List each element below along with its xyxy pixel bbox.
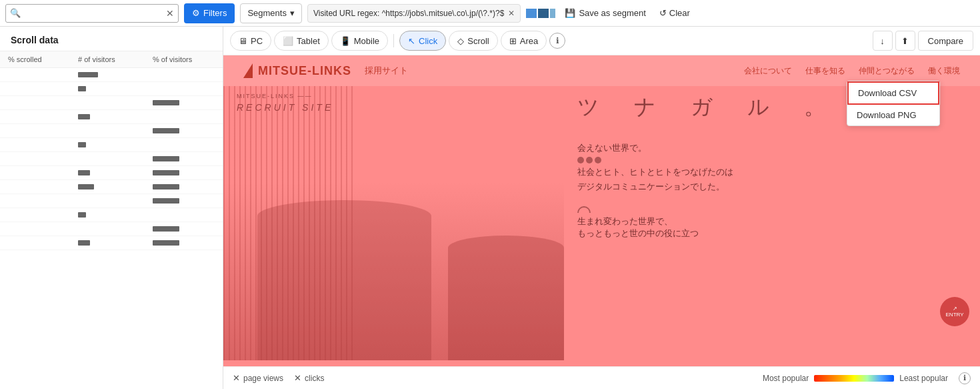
sidebar-title: Scroll data [0, 27, 223, 51]
compare-button[interactable]: Compare [918, 31, 973, 51]
pct-visitors-cell [145, 166, 223, 180]
nav-item-3[interactable]: 仲間とつながる [859, 65, 915, 77]
legend-bar [814, 375, 894, 382]
table-row [0, 68, 223, 82]
table-row [0, 222, 223, 236]
person-icon-2 [586, 157, 593, 163]
pc-button[interactable]: 🖥 PC [230, 31, 271, 51]
divider [393, 34, 394, 47]
entry-button[interactable]: ↗ ENTRY [940, 297, 969, 326]
visitors-bar-cell [70, 152, 145, 166]
pct-visitors-cell [145, 124, 223, 138]
scroll-data-table: % scrolled # of visitors % of visitors [0, 51, 223, 389]
scrolled-value [0, 180, 70, 194]
text2: 社会とヒト、ヒトとヒトをつなげたのは [577, 166, 967, 178]
bottom-bar: ✕ page views ✕ clicks Most popular Least… [223, 366, 980, 389]
download-png-item[interactable]: Download PNG [847, 105, 939, 125]
pc-icon: 🖥 [239, 36, 247, 46]
arch-icon [577, 206, 591, 213]
col-scrolled: % scrolled [0, 51, 70, 68]
recruit-label: MITSUE-LINKS —— [237, 93, 551, 99]
page-views-item: ✕ page views [233, 373, 283, 383]
pct-visitors-cell [145, 96, 223, 110]
visitors-bar-cell [70, 138, 145, 152]
scroll-button[interactable]: ◇ Scroll [449, 31, 498, 51]
site-left-panel: MITSUE-LINKS —— RECRUIT SITE [223, 86, 564, 360]
tablet-button[interactable]: ⬜ Tablet [274, 31, 329, 51]
text4: 生まれ変わった世界で、 [577, 216, 967, 228]
search-icon: 🔍 [10, 8, 21, 18]
segments-button[interactable]: Segments ▾ [240, 3, 302, 23]
recruit-title: RECRUIT SITE [237, 102, 551, 113]
site-tagline: 採用サイト [365, 65, 408, 77]
logo-triangle [243, 63, 253, 78]
pct-visitors-cell [145, 222, 223, 236]
url-pill-close[interactable]: ✕ [508, 9, 515, 18]
person-1 [257, 200, 431, 360]
clicks-icon: ✕ [294, 373, 301, 383]
info-button[interactable]: ℹ [549, 33, 565, 49]
filters-button[interactable]: ⚙ Filters [184, 3, 235, 23]
tablet-icon: ⬜ [283, 36, 293, 46]
table-row [0, 208, 223, 222]
person-icon-3 [595, 157, 601, 163]
tool-bar: 🖥 PC ⬜ Tablet 📱 Mobile ↖ Click ◇ Scroll [223, 27, 980, 55]
site-nav: 会社について 仕事を知る 仲間とつながる 働く環境 [744, 65, 960, 77]
people-silhouette [223, 182, 564, 360]
mobile-button[interactable]: 📱 Mobile [331, 31, 388, 51]
person-icon-1 [577, 157, 584, 163]
click-button[interactable]: ↖ Click [399, 31, 446, 51]
site-right-panel: ツ ナ ガ ル 。 会えない世界で。 社会とヒト、ヒトとヒトをつなげたのは デジ… [564, 86, 980, 360]
text5: もっともっと世の中の役に立つ [577, 228, 967, 240]
clicks-item: ✕ clicks [294, 373, 324, 383]
pct-visitors-cell [145, 82, 223, 96]
info-icon-bottom[interactable]: ℹ [959, 372, 971, 384]
download-button[interactable]: ↓ [873, 31, 893, 51]
table-row [0, 124, 223, 138]
filter-icon: ⚙ [192, 8, 200, 18]
nav-item-1[interactable]: 会社について [744, 65, 792, 77]
clear-button[interactable]: ↺ Clear [655, 5, 694, 21]
refresh-icon: ↺ [659, 8, 667, 18]
pct-visitors-cell [145, 208, 223, 222]
share-button[interactable]: ⬆ [895, 31, 915, 51]
nav-item-4[interactable]: 働く環境 [928, 65, 960, 77]
table-row [0, 82, 223, 96]
save-segment-button[interactable]: 💾 Save as segment [561, 5, 649, 21]
nav-item-2[interactable]: 仕事を知る [805, 65, 845, 77]
close-icon[interactable]: ✕ [166, 8, 174, 19]
segment-color-1 [526, 9, 537, 18]
click-icon: ↖ [408, 36, 415, 46]
logo-text: MITSUE-LINKS [258, 64, 351, 78]
area-button[interactable]: ⊞ Area [501, 31, 547, 51]
scrolled-value [0, 152, 70, 166]
chevron-down-icon: ▾ [290, 8, 295, 18]
visitors-bar-cell [70, 96, 145, 110]
scrolled-value [0, 110, 70, 124]
pct-visitors-cell [145, 236, 223, 250]
download-csv-item[interactable]: Download CSV [847, 81, 939, 105]
sidebar: Scroll data % scrolled # of visitors % o… [0, 27, 223, 389]
people-icons [577, 157, 967, 163]
scrolled-value [0, 222, 70, 236]
text-block-1: 会えない世界で。 社会とヒト、ヒトとヒトをつなげたのは デジタルコミュニケーショ… [577, 142, 967, 193]
page-views-icon: ✕ [233, 373, 240, 383]
visitors-bar-cell [70, 124, 145, 138]
segment-color-3 [550, 9, 555, 18]
person-2 [448, 236, 564, 360]
text1: 会えない世界で。 [577, 142, 967, 154]
table-row [0, 152, 223, 166]
most-popular-label: Most popular [763, 374, 809, 383]
visitors-bar-cell [70, 68, 145, 82]
webpage-preview: MITSUE-LINKS 採用サイト 会社について 仕事を知る 仲間とつながる … [223, 55, 980, 366]
recruit-text: MITSUE-LINKS —— RECRUIT SITE [223, 86, 564, 113]
heatmap-legend: Most popular Least popular [763, 374, 948, 383]
scrolled-value [0, 194, 70, 208]
scrolled-value [0, 208, 70, 222]
visitors-bar-cell [70, 82, 145, 96]
search-input[interactable]: ^https://jobs\.mitsue\.co\.jp/(\?.*)?$ [23, 9, 163, 18]
table-row [0, 110, 223, 124]
text-block-2: 生まれ変わった世界で、 もっともっと世の中の役に立つ [577, 206, 967, 240]
table-row [0, 180, 223, 194]
mobile-icon: 📱 [340, 36, 351, 46]
